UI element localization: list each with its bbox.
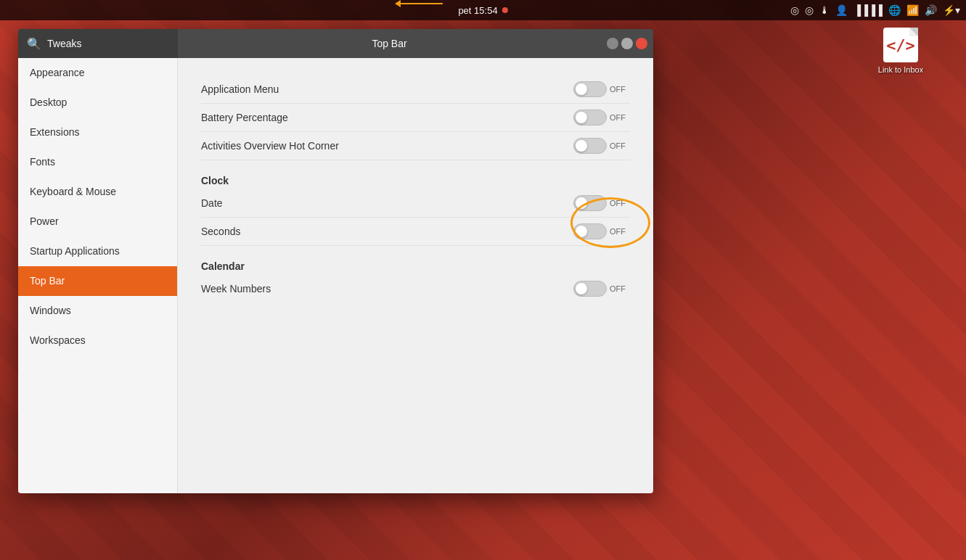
titlebar-left: 🔍 Tweaks: [18, 29, 178, 58]
setting-row-week-numbers: Week Numbers OFF: [201, 275, 630, 302]
panel-title-label: Top Bar: [372, 38, 406, 49]
activities-hot-corner-label: Activities Overview Hot Corner: [201, 140, 339, 152]
battery-percentage-label: Battery Percentage: [201, 112, 288, 123]
window-titlebar: 🔍 Tweaks Top Bar ⊞ — ✕: [18, 29, 653, 58]
sidebar-item-windows[interactable]: Windows: [18, 296, 177, 326]
topbar-right: ◎ ◎ 🌡 👤 ▐▐▐▐ 🌐 📶 🔊 ⚡▾: [790, 4, 960, 16]
window-body: Appearance Desktop Extensions Fonts Keyb…: [18, 58, 653, 493]
toggle-thumb: [576, 140, 587, 152]
toggle-state-label: OFF: [610, 85, 630, 94]
week-numbers-label: Week Numbers: [201, 283, 271, 295]
sidebar-item-appearance[interactable]: Appearance: [18, 58, 177, 88]
location-icon: ◎: [805, 4, 814, 16]
toggle-thumb: [576, 226, 587, 237]
wifi-icon: 📶: [906, 4, 919, 16]
battery-bars-icon: ▐▐▐▐: [854, 4, 883, 16]
topbar-center: pet 15:54: [458, 5, 507, 16]
sidebar-item-fonts[interactable]: Fonts: [18, 147, 177, 177]
sidebar-item-startup-applications[interactable]: Startup Applications: [18, 236, 177, 266]
toggle-track[interactable]: [573, 81, 607, 97]
sidebar-item-top-bar[interactable]: Top Bar: [18, 266, 177, 296]
seconds-label: Seconds: [201, 226, 240, 237]
system-top-bar: pet 15:54 ◎ ◎ 🌡 👤 ▐▐▐▐ 🌐 📶 🔊 ⚡▾: [0, 0, 966, 20]
close-button[interactable]: ✕: [636, 38, 647, 49]
toggle-track[interactable]: [573, 195, 607, 211]
accessibility-icon: ◎: [790, 4, 799, 16]
application-menu-label: Application Menu: [201, 83, 279, 95]
application-menu-toggle[interactable]: OFF: [573, 81, 630, 97]
toggle-state-label: OFF: [610, 227, 630, 236]
desktop-icon-label: Link to Inbox: [878, 65, 923, 74]
minimize-button[interactable]: —: [621, 38, 633, 49]
desktop-icon-link-to-inbox[interactable]: </> Link to Inbox: [872, 28, 930, 74]
window-controls: ⊞ — ✕: [601, 29, 653, 58]
activities-hot-corner-toggle[interactable]: OFF: [573, 138, 630, 154]
date-label: Date: [201, 197, 223, 209]
user-icon: 👤: [835, 4, 848, 16]
tweaks-window: 🔍 Tweaks Top Bar ⊞ — ✕ Appearance Deskto…: [18, 29, 653, 493]
date-toggle[interactable]: OFF: [573, 195, 630, 211]
sidebar-item-power[interactable]: Power: [18, 207, 177, 236]
desktop: pet 15:54 ◎ ◎ 🌡 👤 ▐▐▐▐ 🌐 📶 🔊 ⚡▾ </> Link…: [0, 0, 966, 560]
calendar-section-header: Calendar: [201, 260, 630, 272]
setting-row-date: Date OFF: [201, 189, 630, 218]
toggle-state-label: OFF: [610, 113, 630, 122]
seconds-toggle[interactable]: OFF: [573, 223, 630, 239]
toggle-state-label: OFF: [610, 199, 630, 207]
grid-button[interactable]: ⊞: [607, 38, 618, 49]
datetime-label: pet 15:54: [458, 5, 497, 16]
setting-row-application-menu: Application Menu OFF: [201, 75, 630, 104]
setting-row-seconds: Seconds OFF: [201, 218, 630, 246]
week-numbers-toggle[interactable]: OFF: [573, 281, 630, 297]
toggle-state-label: OFF: [610, 141, 630, 150]
audio-icon: 🔊: [925, 4, 937, 16]
toggle-thumb: [576, 197, 587, 209]
sidebar-item-keyboard-mouse[interactable]: Keyboard & Mouse: [18, 177, 177, 207]
clock-section-header: Clock: [201, 175, 630, 186]
power-indicator-icon: ⚡▾: [943, 4, 960, 16]
toggle-thumb: [576, 112, 587, 123]
temperature-icon: 🌡: [819, 4, 830, 16]
sidebar-item-workspaces[interactable]: Workspaces: [18, 326, 177, 355]
search-icon[interactable]: 🔍: [27, 37, 41, 51]
network-icon: 🌐: [888, 4, 901, 16]
toggle-track[interactable]: [573, 138, 607, 154]
battery-percentage-toggle[interactable]: OFF: [573, 110, 630, 125]
toggle-track[interactable]: [573, 281, 607, 297]
notification-dot: [502, 7, 508, 13]
toggle-track[interactable]: [573, 110, 607, 125]
toggle-track[interactable]: [573, 223, 607, 239]
titlebar-center: Top Bar: [178, 29, 601, 58]
toggle-thumb: [576, 83, 587, 95]
toggle-thumb: [576, 283, 587, 295]
sidebar-item-desktop[interactable]: Desktop: [18, 88, 177, 118]
sidebar-item-extensions[interactable]: Extensions: [18, 118, 177, 147]
content-area: Application Menu OFF Battery Percentage: [178, 58, 653, 493]
toggle-state-label: OFF: [610, 284, 630, 293]
setting-row-battery-percentage: Battery Percentage OFF: [201, 104, 630, 132]
sidebar: Appearance Desktop Extensions Fonts Keyb…: [18, 58, 178, 493]
app-name-label: Tweaks: [47, 38, 81, 49]
desktop-icon-image: </>: [883, 28, 918, 62]
arrow-annotation: [392, 3, 435, 4]
setting-row-activities-hot-corner: Activities Overview Hot Corner OFF: [201, 132, 630, 160]
